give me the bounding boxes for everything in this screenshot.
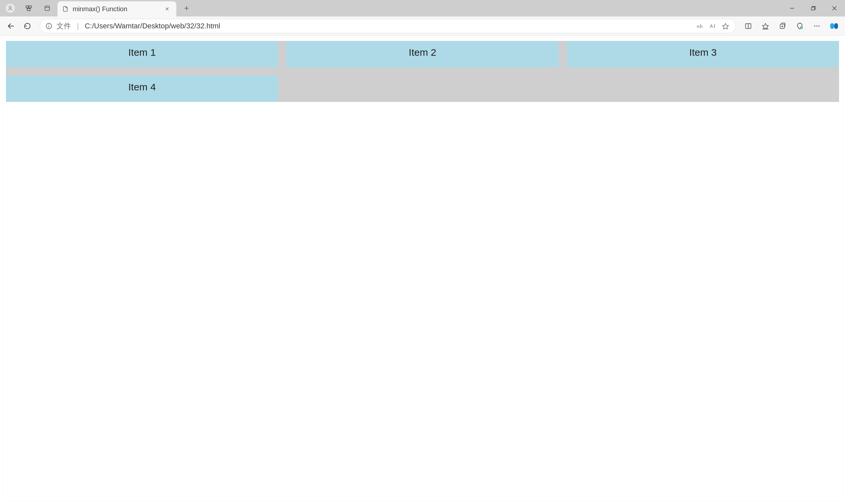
restore-icon [811, 6, 816, 11]
read-aloud-button[interactable]: A [709, 22, 717, 30]
svg-point-29 [814, 25, 815, 26]
copilot-icon [830, 22, 839, 30]
title-bar-drag-region[interactable] [195, 0, 781, 17]
svg-point-17 [49, 24, 49, 25]
split-screen-icon [745, 22, 752, 30]
grid-container: Item 1 Item 2 Item 3 Item 4 [6, 41, 839, 102]
restore-button[interactable] [803, 0, 824, 17]
grid-item: Item 3 [567, 41, 839, 67]
tab-close-button[interactable] [162, 4, 172, 14]
title-bar-left [0, 0, 55, 17]
workspaces-icon [25, 5, 32, 12]
profile-button[interactable] [2, 0, 18, 17]
profile-icon [6, 4, 15, 13]
favorites-button[interactable] [758, 18, 773, 34]
page-icon [62, 6, 69, 12]
browser-tab[interactable]: minmax() Function [57, 1, 176, 17]
page-content: Item 1 Item 2 Item 3 Item 4 [3, 38, 842, 105]
title-bar: minmax() Function [0, 0, 845, 17]
more-icon [813, 22, 821, 30]
svg-rect-2 [29, 6, 31, 8]
svg-rect-11 [812, 7, 815, 10]
svg-rect-1 [26, 6, 29, 8]
browser-essentials-icon [796, 22, 804, 30]
browser-essentials-button[interactable] [792, 18, 807, 34]
toolbar-right [741, 18, 842, 34]
address-url: C:/Users/Wamtar/Desktop/web/32/32.html [85, 22, 693, 30]
svg-marker-20 [723, 23, 728, 29]
tab-actions-icon [44, 5, 51, 12]
window-controls [781, 0, 845, 17]
copilot-button[interactable] [827, 18, 842, 34]
grid-item: Item 2 [286, 41, 558, 67]
svg-point-30 [816, 25, 817, 26]
address-bar-actions: aあ A [697, 22, 730, 30]
svg-marker-23 [762, 23, 769, 29]
read-aloud-icon: A [709, 22, 717, 30]
star-icon [722, 22, 729, 30]
refresh-icon [24, 22, 31, 30]
toolbar: 文件 | C:/Users/Wamtar/Desktop/web/32/32.h… [0, 17, 845, 36]
svg-rect-3 [27, 8, 30, 11]
svg-point-31 [818, 25, 820, 26]
window-close-icon [832, 6, 837, 11]
collections-icon [779, 22, 786, 30]
close-window-button[interactable] [824, 0, 845, 17]
back-icon [7, 22, 15, 30]
workspaces-button[interactable] [20, 0, 37, 17]
address-origin-label: 文件 [56, 21, 71, 31]
new-tab-button[interactable] [178, 0, 195, 17]
svg-point-0 [9, 6, 11, 8]
split-screen-button[interactable] [741, 18, 756, 34]
info-icon [45, 22, 52, 30]
favorite-button[interactable] [722, 22, 729, 30]
grid-item: Item 4 [6, 75, 278, 102]
back-button[interactable] [3, 18, 18, 34]
svg-rect-4 [45, 6, 49, 10]
refresh-button[interactable] [20, 18, 35, 34]
close-icon [165, 6, 169, 11]
browser-viewport: Item 1 Item 2 Item 3 Item 4 [3, 38, 842, 501]
translate-button[interactable]: aあ [697, 23, 704, 29]
svg-text:A: A [710, 23, 713, 29]
minimize-button[interactable] [781, 0, 803, 17]
svg-text:aあ: aあ [697, 24, 703, 29]
tab-title: minmax() Function [73, 5, 158, 13]
address-separator: | [75, 22, 81, 30]
minimize-icon [790, 6, 794, 11]
plus-icon [184, 5, 190, 11]
collections-button[interactable] [775, 18, 790, 34]
settings-and-more-button[interactable] [809, 18, 825, 34]
address-bar[interactable]: 文件 | C:/Users/Wamtar/Desktop/web/32/32.h… [40, 19, 736, 33]
favorites-icon [762, 22, 769, 30]
grid-item: Item 1 [6, 41, 278, 67]
translate-icon: aあ [697, 23, 704, 29]
tab-actions-button[interactable] [39, 0, 55, 17]
site-info-button[interactable] [45, 22, 52, 30]
